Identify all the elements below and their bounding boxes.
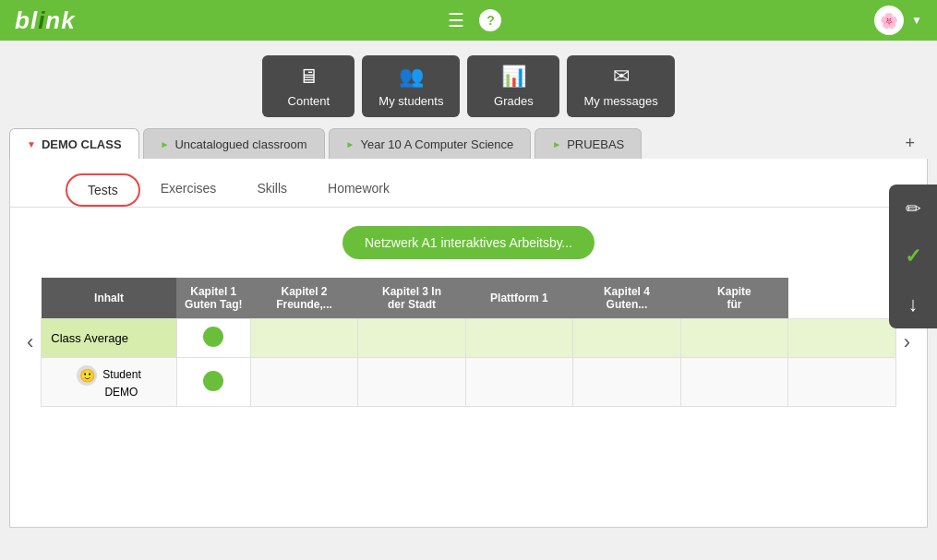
- student-avatar: 🙂: [77, 365, 97, 386]
- class-average-label: Class Average: [42, 319, 176, 358]
- cell-ca-3: [465, 319, 572, 358]
- tab-label-demo-class: DEMO CLASS: [42, 137, 122, 151]
- data-table: Inhalt Kapitel 1Guten Tag! Kapitel 2Freu…: [41, 278, 895, 407]
- download-icon: ↓: [908, 292, 919, 316]
- table-section: ‹ Inhalt Kapitel 1Guten Tag! Kapitel 2Fr…: [10, 278, 927, 416]
- cell-ca-1: [250, 319, 357, 358]
- my-messages-icon: ✉: [613, 65, 630, 89]
- tab-homework[interactable]: Homework: [307, 173, 410, 207]
- tab-arrow-demo: ▼: [27, 139, 36, 149]
- col-inhalt: Inhalt: [42, 278, 176, 319]
- col-kapitel4: Kapitel 4Guten...: [573, 278, 680, 319]
- col-kapitel3: Kapitel 3 Inder Stadt: [358, 278, 465, 319]
- my-messages-label: My messages: [583, 94, 657, 108]
- col-kapitel1: Kapitel 1Guten Tag!: [176, 278, 250, 319]
- menu-icon[interactable]: ☰: [448, 9, 464, 31]
- tab-arrow-uncatalogued: ►: [161, 139, 170, 149]
- tab-tests[interactable]: Tests: [66, 173, 140, 207]
- edit-icon: ✏: [906, 197, 921, 220]
- my-students-icon: 👥: [399, 65, 424, 89]
- right-sidebar: ✏ ✓ ↓: [889, 185, 937, 328]
- tab-arrow-year10: ►: [346, 139, 355, 149]
- my-students-label: My students: [378, 94, 443, 108]
- my-students-button[interactable]: 👥 My students: [362, 55, 460, 117]
- tab-skills[interactable]: Skills: [236, 173, 307, 207]
- content-label: Content: [288, 94, 330, 108]
- cell-st-4: [573, 358, 680, 407]
- tab-label-uncatalogued: Uncatalogued classroom: [174, 137, 306, 151]
- class-average-dot: [176, 319, 250, 358]
- table-header-row: Inhalt Kapitel 1Guten Tag! Kapitel 2Freu…: [42, 278, 895, 319]
- cell-st-1: [250, 358, 357, 407]
- tab-pruebas[interactable]: ► PRUEBAS: [535, 128, 642, 159]
- book-button[interactable]: Netzwerk A1 interaktives Arbeitsbу...: [342, 226, 595, 259]
- header-right: 🌸 ▼: [874, 6, 922, 35]
- tabs-row: ▼ DEMO CLASS ► Uncatalogued classroom ► …: [0, 128, 937, 159]
- header: blink ☰ ? 🌸 ▼: [0, 0, 937, 41]
- cell-st-2: [358, 358, 465, 407]
- cell-ca-6: [788, 319, 896, 358]
- add-tab-button[interactable]: +: [892, 128, 928, 159]
- cell-ca-5: [680, 319, 787, 358]
- table-nav-right[interactable]: ›: [896, 330, 918, 354]
- check-icon: ✓: [905, 244, 921, 268]
- book-btn-row: Netzwerk A1 interaktives Arbeitsbу...: [10, 208, 927, 268]
- download-button[interactable]: ↓: [889, 280, 937, 328]
- col-kapitel2: Kapitel 2Freunde,...: [250, 278, 357, 319]
- tab-demo-class[interactable]: ▼ DEMO CLASS: [9, 128, 139, 159]
- tab-arrow-pruebas: ►: [552, 139, 561, 149]
- content-button[interactable]: 🖥 Content: [262, 55, 354, 117]
- student-dot: [176, 358, 250, 407]
- student-label: 🙂Student DEMO: [42, 358, 176, 407]
- cell-st-6: [788, 358, 896, 407]
- grades-button[interactable]: 📊 Grades: [467, 55, 559, 117]
- cell-ca-4: [573, 319, 680, 358]
- tab-exercises[interactable]: Exercises: [140, 173, 237, 207]
- avatar[interactable]: 🌸: [874, 6, 904, 35]
- tab-uncatalogued[interactable]: ► Uncatalogued classroom: [143, 128, 325, 159]
- edit-button[interactable]: ✏: [889, 185, 937, 232]
- col-plattform1: Plattform 1: [465, 278, 572, 319]
- grades-icon: 📊: [501, 65, 526, 89]
- cell-st-3: [465, 358, 572, 407]
- content-icon: 🖥: [298, 65, 318, 89]
- table-nav-left[interactable]: ‹: [19, 330, 41, 354]
- my-messages-button[interactable]: ✉ My messages: [567, 55, 674, 117]
- tab-label-pruebas: PRUEBAS: [567, 137, 624, 151]
- table-wrapper: Inhalt Kapitel 1Guten Tag! Kapitel 2Freu…: [41, 278, 895, 407]
- cell-st-5: [680, 358, 787, 407]
- check-button[interactable]: ✓: [889, 232, 937, 280]
- table-row: Class Average: [42, 319, 895, 358]
- col-kapitel5: Kapitefür: [680, 278, 787, 319]
- logo: blink: [15, 6, 76, 35]
- main-content: Tests Exercises Skills Homework Netzwerk…: [9, 159, 928, 528]
- header-dropdown-arrow[interactable]: ▼: [911, 14, 922, 27]
- nav-bar: 🖥 Content 👥 My students 📊 Grades ✉ My me…: [0, 41, 937, 128]
- cell-ca-2: [358, 319, 465, 358]
- help-icon[interactable]: ?: [479, 9, 501, 31]
- grades-label: Grades: [494, 94, 534, 108]
- tab-year10[interactable]: ► Year 10 A Computer Science: [329, 128, 532, 159]
- header-center: ☰ ?: [448, 9, 501, 31]
- table-row: 🙂Student DEMO: [42, 358, 895, 407]
- tab-label-year10: Year 10 A Computer Science: [360, 137, 513, 151]
- inner-tabs: Tests Exercises Skills Homework: [10, 159, 927, 208]
